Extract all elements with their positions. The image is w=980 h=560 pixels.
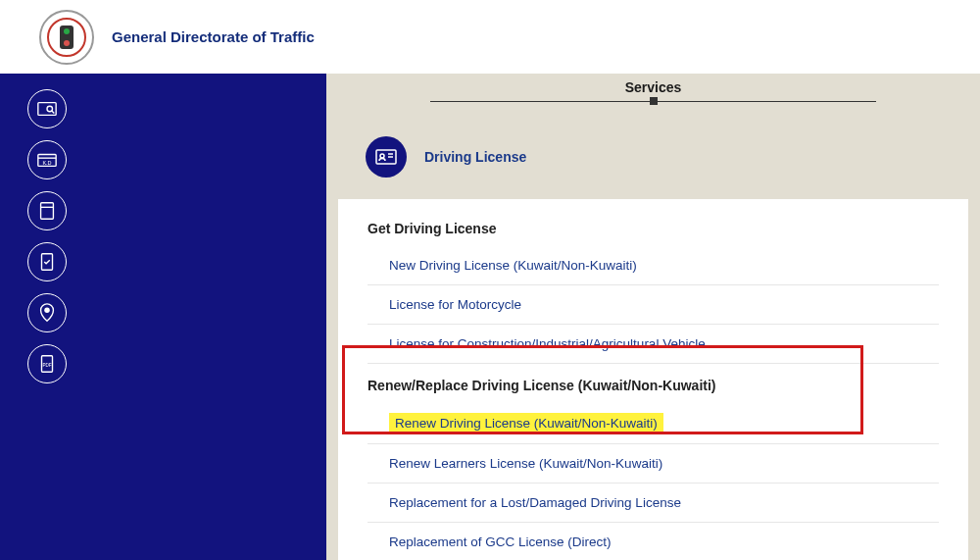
- link-replace-lost[interactable]: Replacement for a Lost/Damaged Driving L…: [368, 484, 939, 523]
- svg-point-16: [380, 154, 384, 158]
- category-row: Driving License: [366, 136, 980, 178]
- svg-point-12: [44, 308, 50, 314]
- link-renew-learners[interactable]: Renew Learners License (Kuwait/Non-Kuwai…: [368, 444, 939, 484]
- link-replace-gcc[interactable]: Replacement of GCC License (Direct): [368, 523, 939, 560]
- app-header: General Directorate of Traffic: [0, 0, 980, 74]
- sidebar-payment-icon[interactable]: K.D: [27, 140, 67, 179]
- services-title: Services: [326, 79, 980, 95]
- svg-rect-6: [41, 203, 54, 220]
- sidebar-inquiry-icon[interactable]: [27, 89, 67, 128]
- sidebar-location-icon[interactable]: [27, 293, 67, 332]
- header-title: General Directorate of Traffic: [112, 28, 315, 45]
- driving-license-icon: [366, 136, 407, 178]
- svg-text:PDF: PDF: [42, 363, 51, 368]
- sidebar: K.D PDF: [0, 74, 326, 560]
- services-panel: Get Driving License New Driving License …: [338, 199, 968, 560]
- svg-line-2: [52, 111, 55, 114]
- main-content: Services Driving License Get Driving Lic…: [326, 74, 980, 560]
- link-new-license[interactable]: New Driving License (Kuwait/Non-Kuwaiti): [368, 246, 939, 285]
- logo: [39, 10, 94, 65]
- section-get-license: Get Driving License: [368, 221, 939, 236]
- svg-text:K.D: K.D: [42, 160, 51, 166]
- sidebar-pdf-icon[interactable]: PDF: [27, 344, 67, 383]
- sidebar-calculator-icon[interactable]: [27, 191, 67, 230]
- link-construction[interactable]: License for Construction/Industrial/Agri…: [368, 325, 939, 364]
- services-divider: [430, 101, 876, 107]
- sidebar-document-icon[interactable]: [27, 242, 67, 281]
- section-renew-replace: Renew/Replace Driving License (Kuwait/No…: [368, 378, 939, 393]
- link-motorcycle[interactable]: License for Motorcycle: [368, 285, 939, 325]
- link-renew-license[interactable]: Renew Driving License (Kuwait/Non-Kuwait…: [389, 413, 663, 433]
- category-label: Driving License: [424, 149, 526, 165]
- services-header: Services: [326, 74, 980, 107]
